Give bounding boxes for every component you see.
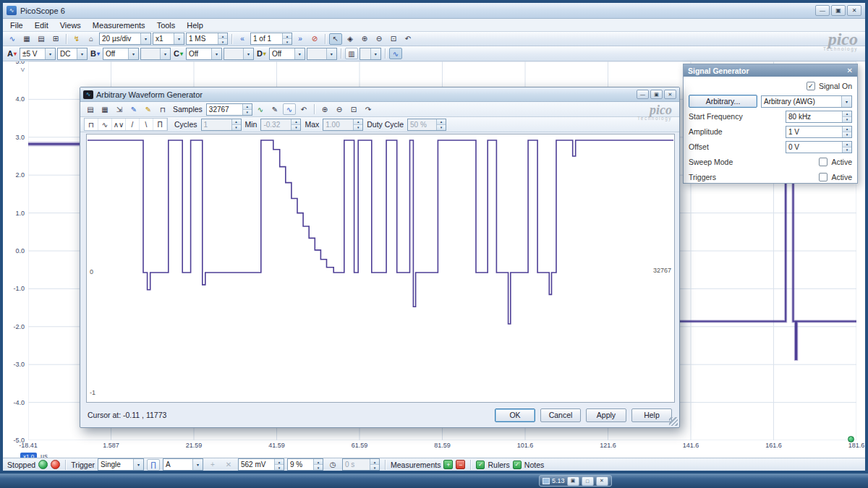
add-measurement-button[interactable]: +: [443, 460, 453, 469]
signal-on-checkbox[interactable]: ✓: [807, 82, 815, 90]
spinner-up-icon[interactable]: ▴: [843, 142, 851, 147]
spinner-down-icon[interactable]: ▾: [843, 147, 851, 153]
add-view-button[interactable]: ⊞: [49, 33, 62, 45]
square-wave-button[interactable]: ⊓: [85, 119, 98, 130]
edit-points-button[interactable]: ✎: [268, 103, 281, 115]
digital-inputs-button[interactable]: ▥: [345, 48, 358, 59]
awg-minimize-button[interactable]: —: [637, 90, 649, 99]
awg-zoom-full-button[interactable]: ↷: [362, 103, 375, 115]
chevron-down-icon[interactable]: ▾: [140, 33, 150, 44]
last-buffer-button[interactable]: »: [294, 33, 307, 45]
spinner-up-icon[interactable]: ▴: [275, 459, 284, 465]
menu-views[interactable]: Views: [54, 20, 87, 31]
minimize-button[interactable]: —: [815, 5, 830, 16]
notes-checkbox[interactable]: ✓: [513, 461, 522, 469]
spinner-up-icon[interactable]: ▴: [314, 459, 323, 465]
awg-zoom-in-button[interactable]: ⊕: [318, 103, 331, 115]
resize-grip[interactable]: [669, 417, 678, 426]
spinner-arrows[interactable]: ▴▾: [274, 459, 284, 470]
signal-generator-button[interactable]: ∿: [389, 48, 402, 59]
freehand-edit-button[interactable]: ✎: [142, 103, 155, 115]
spinner-down-icon[interactable]: ▾: [843, 117, 851, 122]
ok-button[interactable]: OK: [495, 408, 535, 422]
trigger-marker-button[interactable]: +: [206, 459, 219, 471]
chevron-down-icon[interactable]: ▾: [45, 48, 55, 59]
taskbar-maximize-button[interactable]: □: [582, 476, 594, 486]
wave-type-select[interactable]: Arbitrary (AWG)▾: [761, 95, 852, 108]
taskbar-close-button[interactable]: ✕: [596, 476, 608, 486]
timebase-select[interactable]: 20 µs/div▾: [99, 33, 151, 45]
pretrigger-spinner[interactable]: 9 %▴▾: [287, 458, 323, 471]
menu-edit[interactable]: Edit: [29, 20, 54, 31]
awg-undo-button[interactable]: ↶: [297, 103, 310, 115]
stop-capture-button[interactable]: [51, 460, 60, 469]
home-button[interactable]: ⌂: [85, 33, 98, 45]
menu-measurements[interactable]: Measurements: [87, 20, 151, 31]
delete-measurement-button[interactable]: −: [456, 460, 465, 469]
help-button[interactable]: Help: [631, 408, 672, 422]
spinner-down-icon[interactable]: ▾: [243, 110, 252, 115]
offset-spinner[interactable]: 0 V▴▾: [786, 141, 852, 153]
trigger-edge-button[interactable]: ∏: [147, 459, 160, 471]
spinner-up-icon[interactable]: ▴: [843, 111, 851, 117]
spinner-down-icon[interactable]: ▾: [843, 132, 851, 137]
zoom-out-button[interactable]: ⊖: [373, 33, 386, 45]
spinner-arrows[interactable]: ▴▾: [282, 33, 292, 44]
trigger-source-select[interactable]: A▾: [163, 458, 203, 471]
spinner-down-icon[interactable]: ▾: [314, 465, 323, 470]
awg-samples-spinner[interactable]: 32767▴▾: [206, 103, 252, 116]
open-waveform-button[interactable]: ▤: [84, 103, 97, 115]
spinner-arrows[interactable]: ▴▾: [242, 104, 252, 115]
awg-zoom-out-button[interactable]: ⊖: [333, 103, 346, 115]
taskbar[interactable]: 5.13 ▣ □ ✕: [0, 474, 868, 488]
trigger-level-spinner[interactable]: 562 mV▴▾: [238, 458, 284, 471]
buffer-page-spinner[interactable]: 1 of 1▴▾: [250, 33, 292, 45]
waveform-library-button[interactable]: ∿: [283, 103, 296, 115]
sine-wave-button[interactable]: ∿: [98, 119, 112, 130]
awg-canvas-svg[interactable]: [87, 134, 674, 402]
amplitude-spinner[interactable]: 1 V▴▾: [786, 126, 852, 138]
chevron-down-icon[interactable]: ▾: [128, 48, 138, 59]
channel-c-button[interactable]: C▾: [172, 49, 184, 58]
spinner-up-icon[interactable]: ▴: [843, 127, 851, 132]
spinner-arrows[interactable]: ▴▾: [842, 111, 851, 122]
spinner-arrows[interactable]: ▴▾: [218, 33, 227, 44]
channel-d-range-select[interactable]: Off▾: [269, 48, 305, 60]
chevron-down-icon[interactable]: ▾: [841, 96, 851, 107]
trigger-delay-button[interactable]: ◷: [326, 459, 339, 471]
spinner-arrows[interactable]: ▴▾: [313, 459, 323, 470]
save-waveform-button[interactable]: ▦: [98, 103, 111, 115]
spinner-down-icon[interactable]: ▾: [283, 39, 292, 44]
channel-d-button[interactable]: D▾: [255, 49, 268, 58]
pulse-wave-button[interactable]: Π: [153, 119, 167, 130]
channel-a-coupling-select[interactable]: DC▾: [57, 48, 88, 60]
bit-pattern-button[interactable]: ⊓: [156, 103, 169, 115]
apply-button[interactable]: Apply: [586, 408, 626, 422]
scroll-marker[interactable]: [848, 436, 854, 442]
spinner-up-icon[interactable]: ▴: [283, 33, 292, 39]
line-edit-button[interactable]: ✎: [127, 103, 140, 115]
arbitrary-settings-button[interactable]: Arbitrary...: [689, 95, 757, 108]
awg-titlebar[interactable]: ∿ Arbitrary Waveform Generator — ▣ ✕: [80, 87, 679, 102]
import-waveform-button[interactable]: ⇲: [113, 103, 126, 115]
cancel-button[interactable]: Cancel: [540, 408, 581, 422]
first-buffer-button[interactable]: «: [236, 33, 249, 45]
spinner-down-icon[interactable]: ▾: [218, 39, 227, 44]
chevron-down-icon[interactable]: ▾: [294, 48, 305, 59]
hand-tool-button[interactable]: ◈: [344, 33, 357, 45]
chevron-down-icon[interactable]: ▾: [211, 48, 221, 59]
chevron-down-icon[interactable]: ▾: [192, 459, 203, 470]
awg-restore-button[interactable]: ▣: [650, 90, 663, 99]
start-capture-button[interactable]: [38, 460, 48, 469]
channel-b-button[interactable]: B▾: [89, 49, 101, 58]
zoom-window-button[interactable]: ⊡: [387, 33, 400, 45]
menu-help[interactable]: Help: [181, 20, 209, 31]
scope-view-button[interactable]: ∿: [6, 33, 19, 45]
start-frequency-spinner[interactable]: 80 kHz▴▾: [786, 111, 852, 123]
chevron-down-icon[interactable]: ▾: [174, 33, 184, 44]
titlebar[interactable]: ∿ PicoScope 6 — ▣ ✕: [3, 3, 865, 19]
signal-generator-close-button[interactable]: ✕: [847, 67, 853, 74]
spinner-arrows[interactable]: ▴▾: [842, 142, 851, 153]
menu-tools[interactable]: Tools: [151, 20, 182, 31]
rulers-checkbox[interactable]: ✓: [476, 461, 485, 469]
